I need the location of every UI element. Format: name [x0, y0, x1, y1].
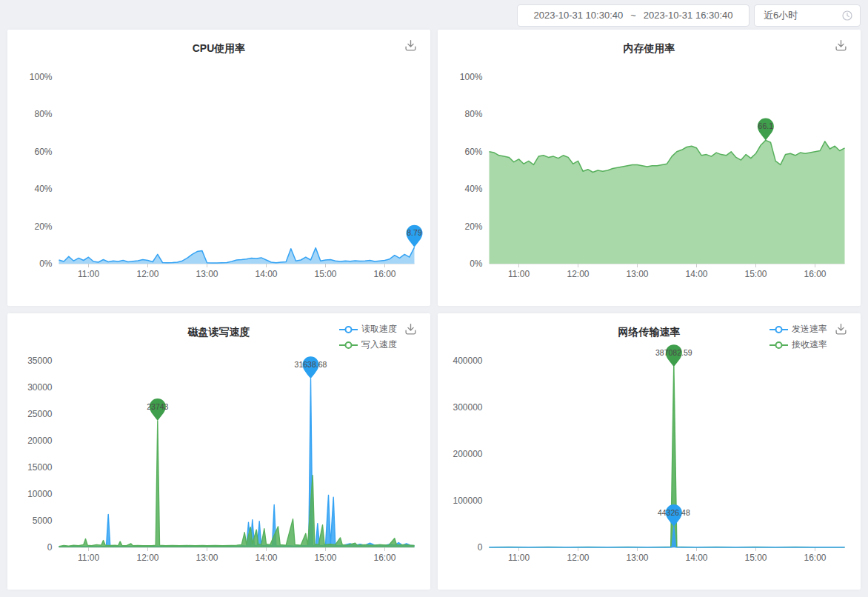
svg-text:0%: 0% — [470, 259, 483, 269]
svg-text:60%: 60% — [464, 147, 482, 157]
svg-text:14:00: 14:00 — [685, 553, 707, 563]
memory-usage-chart: 0%20%40%60%80%100%11:0012:0013:0014:0015… — [438, 65, 861, 287]
svg-text:12:00: 12:00 — [567, 269, 589, 279]
download-icon[interactable] — [835, 323, 847, 336]
date-range-start: 2023-10-31 10:30:40 — [533, 10, 623, 21]
date-range-picker[interactable]: 2023-10-31 10:30:40 ~ 2023-10-31 16:30:4… — [517, 4, 750, 27]
svg-text:20%: 20% — [34, 221, 52, 232]
svg-text:80%: 80% — [464, 109, 482, 119]
toolbar: 2023-10-31 10:30:40 ~ 2023-10-31 16:30:4… — [7, 0, 861, 30]
svg-text:100%: 100% — [460, 72, 483, 82]
svg-text:16:00: 16:00 — [373, 269, 395, 279]
memory-usage-card: 内存使用率 0%20%40%60%80%100%11:0012:0013:001… — [438, 30, 861, 306]
svg-text:16:00: 16:00 — [804, 269, 826, 279]
chart-legend: 读取速度写入速度 — [339, 323, 397, 351]
svg-text:20000: 20000 — [27, 436, 53, 446]
legend-marker-icon — [339, 341, 358, 349]
svg-text:20%: 20% — [464, 221, 482, 232]
legend-item-1[interactable]: 写入速度 — [339, 338, 397, 351]
svg-text:30000: 30000 — [27, 382, 53, 393]
time-preset-select[interactable]: 近6小时 — [754, 4, 861, 27]
cpu-usage-card: CPU使用率 0%20%40%60%80%100%11:0012:0013:00… — [7, 30, 430, 306]
svg-text:400000: 400000 — [453, 356, 482, 366]
svg-text:0: 0 — [47, 542, 53, 553]
svg-text:14:00: 14:00 — [255, 553, 277, 563]
disk-io-card: 磁盘读写速度 读取速度写入速度 050001000015000200002500… — [7, 313, 430, 590]
svg-text:14:00: 14:00 — [685, 269, 707, 279]
svg-text:11:00: 11:00 — [78, 553, 99, 563]
legend-marker-icon — [769, 326, 788, 333]
dashboard-page: 2023-10-31 10:30:40 ~ 2023-10-31 16:30:4… — [0, 0, 868, 597]
svg-text:80%: 80% — [34, 109, 52, 119]
chart-legend: 发送速率接收速率 — [769, 323, 827, 351]
svg-text:11:00: 11:00 — [508, 553, 530, 563]
network-rate-card: 网络传输速率 发送速率接收速率 010000020000030000040000… — [438, 313, 861, 590]
svg-text:5000: 5000 — [33, 516, 53, 526]
chart-title: 内存使用率 — [438, 42, 861, 56]
svg-text:15:00: 15:00 — [314, 553, 336, 563]
card-header: CPU使用率 — [7, 30, 430, 65]
svg-text:11:00: 11:00 — [508, 269, 530, 279]
svg-text:12:00: 12:00 — [136, 269, 158, 279]
svg-text:14:00: 14:00 — [255, 269, 277, 279]
svg-text:200000: 200000 — [453, 449, 482, 459]
card-header: 网络传输速率 发送速率接收速率 — [438, 313, 861, 349]
svg-text:60%: 60% — [34, 147, 52, 157]
svg-text:13:00: 13:00 — [196, 553, 218, 563]
cpu-usage-chart: 0%20%40%60%80%100%11:0012:0013:0014:0015… — [7, 65, 430, 287]
legend-marker-icon — [769, 341, 788, 349]
svg-text:0%: 0% — [39, 259, 53, 269]
legend-item-1[interactable]: 接收速率 — [769, 338, 827, 351]
svg-text:13:00: 13:00 — [626, 553, 648, 563]
svg-text:16:00: 16:00 — [804, 553, 826, 563]
marker-label: 8.79 — [407, 228, 422, 237]
svg-text:100000: 100000 — [453, 496, 482, 506]
svg-text:16:00: 16:00 — [373, 553, 395, 563]
disk-io-chart: 0500010000150002000025000300003500011:00… — [7, 349, 430, 571]
legend-item-0[interactable]: 发送速率 — [769, 323, 827, 336]
svg-text:15:00: 15:00 — [744, 553, 767, 563]
legend-marker-icon — [339, 326, 358, 333]
date-range-separator: ~ — [630, 10, 636, 21]
clock-icon — [842, 10, 852, 21]
card-header: 磁盘读写速度 读取速度写入速度 — [7, 313, 430, 349]
svg-text:13:00: 13:00 — [626, 269, 648, 279]
marker-label: 31638.68 — [295, 360, 327, 369]
marker-label: 23743 — [147, 402, 168, 411]
svg-text:25000: 25000 — [27, 409, 53, 419]
svg-text:15:00: 15:00 — [314, 269, 336, 279]
svg-text:35000: 35000 — [27, 356, 53, 366]
time-preset-value: 近6小时 — [764, 9, 798, 22]
svg-text:40%: 40% — [464, 184, 482, 194]
svg-text:40%: 40% — [34, 184, 52, 194]
svg-text:15000: 15000 — [27, 462, 53, 473]
download-icon[interactable] — [404, 323, 417, 336]
marker-label: 44326.48 — [658, 508, 690, 517]
svg-text:10000: 10000 — [27, 489, 53, 499]
charts-grid: CPU使用率 0%20%40%60%80%100%11:0012:0013:00… — [7, 30, 861, 590]
marker-label: 387082.59 — [655, 348, 692, 357]
network-rate-chart: 010000020000030000040000011:0012:0013:00… — [438, 349, 861, 571]
card-header: 内存使用率 — [438, 30, 861, 65]
svg-text:300000: 300000 — [453, 402, 482, 413]
date-range-end: 2023-10-31 16:30:40 — [644, 10, 733, 21]
marker-label: 66.1 — [758, 121, 774, 130]
svg-text:11:00: 11:00 — [78, 269, 99, 279]
svg-text:100%: 100% — [30, 72, 53, 82]
download-icon[interactable] — [404, 39, 417, 52]
svg-text:15:00: 15:00 — [744, 269, 767, 279]
svg-text:12:00: 12:00 — [136, 553, 158, 563]
chart-title: CPU使用率 — [7, 42, 430, 56]
svg-text:12:00: 12:00 — [567, 553, 589, 563]
svg-text:13:00: 13:00 — [196, 269, 218, 279]
download-icon[interactable] — [835, 39, 847, 52]
legend-item-0[interactable]: 读取速度 — [339, 323, 397, 336]
svg-text:0: 0 — [478, 542, 483, 553]
